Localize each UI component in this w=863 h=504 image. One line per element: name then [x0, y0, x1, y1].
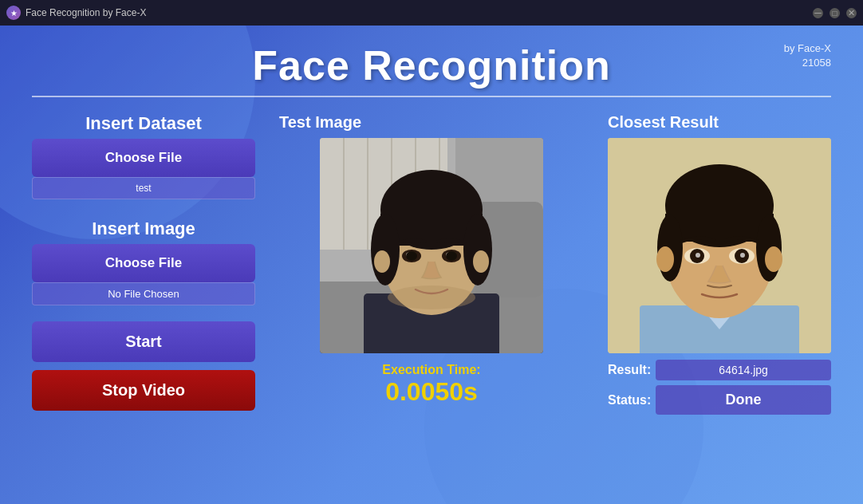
right-panel: Closest Result: [608, 113, 831, 415]
svg-point-42: [765, 246, 782, 272]
choose-file-image-button[interactable]: Choose File: [32, 244, 255, 282]
app-title: Face Recognition by Face-X: [26, 7, 146, 18]
svg-point-17: [463, 214, 492, 285]
status-badge: Done: [656, 385, 831, 415]
start-button[interactable]: Start: [32, 321, 255, 362]
status-row: Status: Done: [608, 385, 831, 415]
test-image-svg: [320, 138, 543, 353]
result-file-badge: 64614.jpg: [656, 360, 831, 380]
image-section-label: Insert Image: [32, 219, 255, 239]
result-image-svg: [608, 138, 831, 353]
minimize-button[interactable]: ─: [813, 8, 823, 18]
status-label: Status:: [608, 393, 651, 408]
dataset-section-label: Insert Dataset: [32, 113, 255, 134]
close-button[interactable]: ✕: [846, 8, 857, 18]
svg-point-25: [473, 250, 489, 273]
result-label: Result:: [608, 363, 651, 377]
execution-time-area: Execution Time: 0.0050s: [382, 363, 480, 407]
svg-point-41: [656, 246, 674, 272]
stop-video-button[interactable]: Stop Video: [32, 370, 255, 411]
by-line: by Face-X: [784, 41, 831, 56]
main-title: Face Recognition: [32, 41, 831, 89]
title-bar-left: ★ Face Recognition by Face-X: [6, 6, 146, 20]
window-controls[interactable]: ─ □ ✕: [813, 8, 857, 18]
result-image-container: [608, 138, 831, 353]
version-number: 21058: [784, 56, 831, 70]
by-face-x-info: by Face-X 21058: [784, 41, 831, 70]
dataset-filename-display: test: [32, 177, 255, 199]
middle-panel: Test Image: [279, 113, 584, 407]
svg-point-39: [696, 253, 700, 258]
svg-point-26: [388, 285, 475, 309]
svg-point-24: [374, 250, 390, 273]
execution-time-label: Execution Time:: [382, 363, 480, 377]
execution-time-value: 0.0050s: [382, 377, 480, 407]
no-file-chosen-display: No File Chosen: [32, 282, 255, 305]
app-icon: ★: [6, 6, 21, 20]
closest-result-label: Closest Result: [608, 113, 831, 132]
choose-file-dataset-button[interactable]: Choose File: [32, 139, 255, 177]
maximize-button[interactable]: □: [830, 8, 840, 18]
three-col-layout: Insert Dataset Choose File test Insert I…: [32, 113, 831, 415]
svg-point-40: [740, 253, 745, 258]
svg-point-23: [446, 251, 457, 261]
dataset-section: Insert Dataset Choose File test: [32, 113, 255, 199]
left-panel: Insert Dataset Choose File test Insert I…: [32, 113, 255, 411]
test-image-label: Test Image: [279, 113, 361, 132]
image-section: Insert Image Choose File No File Chosen: [32, 219, 255, 305]
main-content: by Face-X 21058 Face Recognition Insert …: [0, 26, 863, 431]
header-area: by Face-X 21058 Face Recognition: [32, 41, 831, 89]
result-filename-row: Result: 64614.jpg: [608, 360, 831, 380]
svg-point-16: [371, 214, 400, 285]
test-image-container: [320, 138, 543, 353]
svg-point-22: [406, 251, 417, 261]
divider: [32, 96, 831, 97]
title-bar: ★ Face Recognition by Face-X ─ □ ✕: [0, 0, 863, 26]
